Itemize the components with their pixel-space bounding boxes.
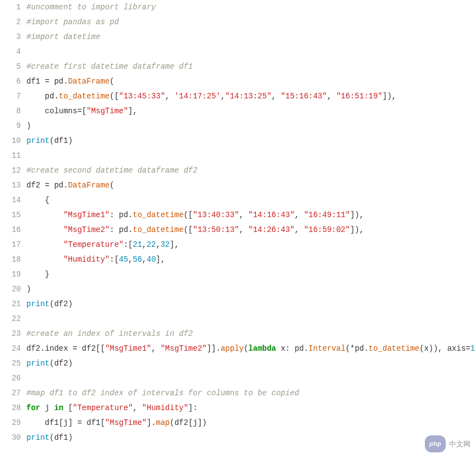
- line-number: 26: [0, 371, 21, 386]
- code-line: #create first datetime dataframe df1: [26, 59, 476, 74]
- code-line: "Humidity":[45,56,40],: [26, 252, 476, 267]
- line-number: 11: [0, 148, 21, 163]
- line-number-gutter: 1234567891011121314151617181920212223242…: [0, 0, 26, 445]
- code-line: #create second datetime dataframe df2: [26, 163, 476, 178]
- line-number: 7: [0, 89, 21, 104]
- code-line: df1 = pd.DataFrame(: [26, 74, 476, 89]
- line-number: 10: [0, 134, 21, 148]
- line-number: 9: [0, 119, 21, 134]
- line-number: 2: [0, 15, 21, 30]
- line-number: 16: [0, 223, 21, 237]
- code-line: df2.index = df2[["MsgTime1", "MsgTime2"]…: [26, 341, 476, 356]
- code-area: #uncomment to import library#import pand…: [26, 0, 476, 445]
- code-line: #import pandas as pd: [26, 15, 476, 30]
- watermark: php 中文网: [425, 435, 470, 445]
- line-number: 20: [0, 282, 21, 297]
- code-line: df2 = pd.DataFrame(: [26, 178, 476, 193]
- code-line: df1[j] = df1["MsgTime"].map(df2[j]): [26, 416, 476, 430]
- line-number: 18: [0, 252, 21, 267]
- code-line: #map df1 to df2 index of intervals for c…: [26, 386, 476, 401]
- code-line: for j in ["Temperature", "Humidity"]:: [26, 401, 476, 416]
- line-number: 25: [0, 356, 21, 371]
- line-number: 19: [0, 267, 21, 282]
- line-number: 5: [0, 59, 21, 74]
- line-number: 23: [0, 327, 21, 341]
- code-line: ): [26, 119, 476, 134]
- code-line: #uncomment to import library: [26, 0, 476, 15]
- line-number: 30: [0, 430, 21, 445]
- line-number: 15: [0, 208, 21, 223]
- line-number: 13: [0, 178, 21, 193]
- line-number: 21: [0, 297, 21, 312]
- line-number: 27: [0, 386, 21, 401]
- code-line: [26, 371, 476, 386]
- watermark-text: 中文网: [449, 436, 470, 445]
- code-editor: 1234567891011121314151617181920212223242…: [0, 0, 476, 445]
- code-line: print(df2): [26, 297, 476, 312]
- line-number: 12: [0, 163, 21, 178]
- code-line: pd.to_datetime(["13:45:33", '14:17:25',"…: [26, 89, 476, 104]
- line-number: 28: [0, 401, 21, 416]
- line-number: 17: [0, 237, 21, 252]
- code-line: "MsgTime2": pd.to_datetime(["13:50:13", …: [26, 223, 476, 237]
- code-line: [26, 45, 476, 59]
- code-line: {: [26, 193, 476, 208]
- code-line: }: [26, 267, 476, 282]
- line-number: 6: [0, 74, 21, 89]
- line-number: 3: [0, 30, 21, 45]
- php-badge: php: [425, 435, 446, 445]
- line-number: 1: [0, 0, 21, 15]
- code-line: print(df1): [26, 134, 476, 148]
- code-line: "MsgTime1": pd.to_datetime(["13:40:33", …: [26, 208, 476, 223]
- code-line: #create an index of intervals in df2: [26, 327, 476, 341]
- line-number: 4: [0, 45, 21, 59]
- code-line: #import datetime: [26, 30, 476, 45]
- code-line: [26, 312, 476, 327]
- line-number: 14: [0, 193, 21, 208]
- line-number: 22: [0, 312, 21, 327]
- code-line: [26, 148, 476, 163]
- line-number: 24: [0, 341, 21, 356]
- code-line: print(df2): [26, 356, 476, 371]
- code-line: ): [26, 282, 476, 297]
- code-line: columns=["MsgTime"],: [26, 104, 476, 119]
- code-line: "Temperature":[21,22,32],: [26, 237, 476, 252]
- code-line: print(df1): [26, 430, 476, 445]
- line-number: 29: [0, 416, 21, 430]
- line-number: 8: [0, 104, 21, 119]
